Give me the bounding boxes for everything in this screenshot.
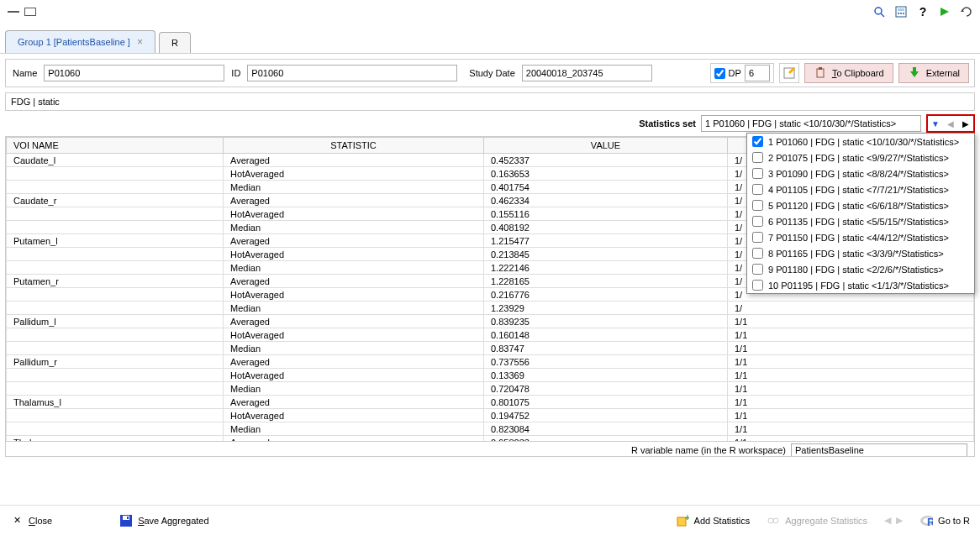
cell-val: 0.452337 xyxy=(484,154,728,167)
cell-stat: Median xyxy=(224,382,484,396)
dropdown-label: 9 P01180 | FDG | static <2/2/6/*/Statist… xyxy=(768,265,944,275)
form-row: Name ID Study Date DP To Clipboard Exter… xyxy=(5,59,975,87)
id-input[interactable] xyxy=(247,65,457,81)
svg-point-0 xyxy=(875,8,882,14)
dropdown-label: 10 P01195 | FDG | static <1/1/3/*/Statis… xyxy=(768,281,949,291)
cell-val: 0.216776 xyxy=(484,288,728,302)
tab-close-icon[interactable]: × xyxy=(137,36,143,48)
dropdown-item[interactable]: 9 P01180 | FDG | static <2/2/6/*/Statist… xyxy=(747,261,974,277)
dropdown-toggle[interactable]: ▼ xyxy=(928,116,943,131)
cell-voi xyxy=(7,167,224,181)
tabs-row: Group 1 [PatientsBaseline ] × R xyxy=(0,24,980,54)
help-icon[interactable]: ? xyxy=(916,5,930,18)
col-val[interactable]: VALUE xyxy=(484,138,728,154)
cell-ratio: 1/1 xyxy=(728,355,974,369)
study-label: Study Date xyxy=(467,68,516,78)
refresh-icon[interactable] xyxy=(960,5,973,18)
dropdown-checkbox[interactable] xyxy=(752,152,763,163)
next-button[interactable]: ▶ xyxy=(958,116,973,131)
dropdown-item[interactable]: 2 P01075 | FDG | static <9/9/27/*/Statis… xyxy=(747,149,974,165)
dropdown-checkbox[interactable] xyxy=(752,200,763,211)
dropdown-checkbox[interactable] xyxy=(752,136,763,147)
cell-voi xyxy=(7,369,224,382)
dropdown-item[interactable]: 3 P01090 | FDG | static <8/8/24/*/Statis… xyxy=(747,165,974,181)
cell-voi: Putamen_l xyxy=(7,234,224,248)
dropdown-item[interactable]: 1 P01060 | FDG | static <10/10/30/*/Stat… xyxy=(747,134,974,149)
tab-group1[interactable]: Group 1 [PatientsBaseline ] × xyxy=(5,30,155,53)
cell-ratio: 1/1 xyxy=(728,422,974,436)
dropdown-checkbox[interactable] xyxy=(752,264,763,275)
external-button[interactable]: External xyxy=(898,63,969,83)
dropdown-label: 8 P01165 | FDG | static <3/3/9/*/Statist… xyxy=(768,249,944,259)
cell-ratio: 1/1 xyxy=(728,342,974,355)
cell-stat: HotAveraged xyxy=(224,248,484,261)
tab-r[interactable]: R xyxy=(159,32,191,53)
name-label: Name xyxy=(11,68,39,78)
cell-voi: Pallidum_l xyxy=(7,315,224,328)
dropdown-item[interactable]: 7 P01150 | FDG | static <4/4/12/*/Statis… xyxy=(747,229,974,245)
restore-icon[interactable] xyxy=(24,5,37,18)
cell-val: 0.462334 xyxy=(484,194,728,207)
close-button[interactable]: ✕ Close xyxy=(10,514,52,527)
dropdown-item[interactable]: 4 P01105 | FDG | static <7/7/21/*/Statis… xyxy=(747,181,974,197)
table-row[interactable]: Median0.837471/1 xyxy=(7,342,974,355)
svg-rect-2 xyxy=(896,7,906,17)
table-row[interactable]: Median0.7204781/1 xyxy=(7,382,974,396)
study-input[interactable] xyxy=(522,65,652,81)
table-row[interactable]: Median0.8230841/1 xyxy=(7,422,974,436)
cell-val: 1.215477 xyxy=(484,234,728,248)
dropdown-checkbox[interactable] xyxy=(752,168,763,179)
table-row[interactable]: HotAveraged0.1947521/1 xyxy=(7,409,974,422)
cell-val: 0.13369 xyxy=(484,369,728,382)
save-aggregated-button[interactable]: Save Aggregated xyxy=(119,514,208,527)
cell-val: 0.839235 xyxy=(484,315,728,328)
svg-text:+: + xyxy=(685,514,689,522)
minimize-icon[interactable] xyxy=(7,5,20,18)
dp-input[interactable] xyxy=(745,65,770,81)
goto-r-button[interactable]: R Go to R xyxy=(919,514,970,527)
col-stat[interactable]: STATISTIC xyxy=(224,138,484,154)
to-clipboard-button[interactable]: To Clipboard xyxy=(804,63,893,83)
cell-val: 1.23929 xyxy=(484,302,728,315)
dropdown-checkbox[interactable] xyxy=(752,232,763,243)
calculator-icon[interactable] xyxy=(894,5,908,18)
search-icon[interactable] xyxy=(872,5,886,18)
dropdown-item[interactable]: 8 P01165 | FDG | static <3/3/9/*/Statist… xyxy=(747,245,974,261)
dropdown-checkbox[interactable] xyxy=(752,280,763,291)
table-row[interactable]: Median1.239291/ xyxy=(7,302,974,315)
close-icon: ✕ xyxy=(10,514,24,527)
cell-val: 0.823084 xyxy=(484,422,728,436)
dropdown-label: 6 P01135 | FDG | static <5/5/15/*/Statis… xyxy=(768,217,949,227)
dp-checkbox[interactable] xyxy=(714,68,725,79)
tab-label: Group 1 [PatientsBaseline ] xyxy=(18,37,130,47)
stats-dropdown: 1 P01060 | FDG | static <10/10/30/*/Stat… xyxy=(746,133,975,294)
dropdown-item[interactable]: 5 P01120 | FDG | static <6/6/18/*/Statis… xyxy=(747,197,974,213)
dropdown-item[interactable]: 10 P01195 | FDG | static <1/1/3/*/Statis… xyxy=(747,277,974,293)
table-row[interactable]: Pallidum_rAveraged0.7375561/1 xyxy=(7,355,974,369)
prev-button[interactable]: ◀ xyxy=(943,116,958,131)
dropdown-checkbox[interactable] xyxy=(752,248,763,259)
cell-voi xyxy=(7,409,224,422)
cell-voi: Putamen_r xyxy=(7,275,224,288)
play-icon[interactable] xyxy=(938,5,951,18)
table-row[interactable]: HotAveraged0.133691/1 xyxy=(7,369,974,382)
table-row[interactable]: HotAveraged0.1601481/1 xyxy=(7,328,974,342)
col-voi[interactable]: VOI NAME xyxy=(7,138,224,154)
table-row[interactable]: Thalamus_lAveraged0.8010751/1 xyxy=(7,396,974,409)
cell-stat: Averaged xyxy=(224,355,484,369)
dropdown-checkbox[interactable] xyxy=(752,184,763,195)
add-statistics-button[interactable]: + Add Statistics xyxy=(676,514,751,527)
edit-button[interactable] xyxy=(779,63,799,83)
dropdown-label: 7 P01150 | FDG | static <4/4/12/*/Statis… xyxy=(768,233,949,243)
svg-rect-12 xyxy=(819,67,822,70)
bottom-bar: ✕ Close Save Aggregated + Add Statistics… xyxy=(0,505,980,535)
id-label: ID xyxy=(229,68,242,78)
name-input[interactable] xyxy=(44,65,224,81)
cell-val: 0.720478 xyxy=(484,382,728,396)
r-var-input[interactable] xyxy=(791,443,967,457)
table-row[interactable]: Pallidum_lAveraged0.8392351/1 xyxy=(7,315,974,328)
dropdown-item[interactable]: 6 P01135 | FDG | static <5/5/15/*/Statis… xyxy=(747,213,974,229)
stats-set-input[interactable] xyxy=(701,115,921,132)
arrow-down-icon xyxy=(908,66,921,80)
dropdown-checkbox[interactable] xyxy=(752,216,763,227)
